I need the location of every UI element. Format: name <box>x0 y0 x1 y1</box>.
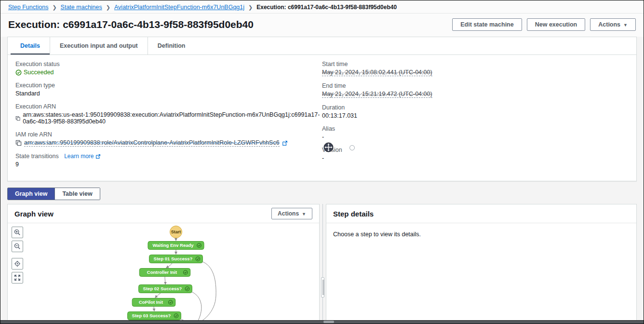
field-end-time: End time May 21, 2024, 15:21:19.472 (UTC… <box>322 82 629 98</box>
breadcrumb-separator: ❯ <box>248 4 253 11</box>
fit-to-screen-button[interactable] <box>12 272 23 284</box>
breadcrumb-state-machine-name[interactable]: AviatrixPlatformInitStepFunction-m6x7UnB… <box>114 4 244 11</box>
execution-status-value: Succeeded <box>15 69 322 76</box>
execution-type-label: Execution type <box>15 82 322 89</box>
splitter-grip[interactable] <box>321 277 324 297</box>
zoom-in-button[interactable] <box>12 227 23 238</box>
field-version: Version - <box>322 147 629 162</box>
new-execution-button[interactable]: New execution <box>527 18 586 31</box>
svg-text:Controller Init: Controller Init <box>147 270 177 275</box>
graph-panel-header: Graph view Actions▼ <box>8 204 319 223</box>
start-time-value: May 21, 2024, 15:08:02.441 (UTC-04:00) <box>322 69 629 76</box>
alias-value: - <box>322 134 629 140</box>
graph-edge-step-02-success-to-fail <box>191 292 201 324</box>
graph-actions-button[interactable]: Actions▼ <box>271 208 312 219</box>
step-details-panel: Step details Choose a step to view its d… <box>326 204 637 324</box>
execution-type-value: Standard <box>15 90 322 97</box>
field-iam-role-arn: IAM role ARN arn:aws:iam::950199909838:r… <box>15 131 322 147</box>
step-details-body: Choose a step to view its details. <box>326 223 636 324</box>
copy-icon[interactable] <box>15 115 20 122</box>
panels-row: Graph view Actions▼ <box>7 204 637 324</box>
cursor-dot-icon <box>349 145 355 150</box>
step-details-header: Step details <box>326 204 636 223</box>
end-time-label: End time <box>322 82 629 89</box>
svg-text:Start: Start <box>171 230 181 234</box>
tab-execution-input-output[interactable]: Execution input and output <box>50 37 148 54</box>
graph-edge-step-01-success-to-controller-init <box>166 263 172 268</box>
view-toggle: Graph view Table view <box>7 188 100 200</box>
chevron-down-icon: ▼ <box>302 212 306 216</box>
move-cursor-icon <box>323 142 334 152</box>
breadcrumb: Step Functions ❯ State machines ❯ Aviatr… <box>0 0 644 14</box>
field-execution-status: Execution status Succeeded <box>15 61 322 76</box>
bottom-scroll-handle[interactable] <box>323 321 334 323</box>
details-right-column: Start time May 21, 2024, 15:08:02.441 (U… <box>322 61 629 174</box>
execution-details-card: Details Execution input and output Defin… <box>7 37 637 181</box>
center-graph-button[interactable] <box>12 258 23 270</box>
page-title: Execution: c6991a17-0a6c-4b13-9f58-883f9… <box>8 19 254 30</box>
chevron-down-icon: ▼ <box>623 23 628 27</box>
graph-node-step-02-success[interactable]: Step 02 Success? <box>139 285 192 293</box>
duration-label: Duration <box>322 104 629 111</box>
graph-zoom-controls <box>12 227 23 286</box>
graph-node-controller-init[interactable]: Controller Init <box>139 269 190 277</box>
graph-view-toggle[interactable]: Graph view <box>8 188 54 200</box>
tab-definition[interactable]: Definition <box>148 37 195 54</box>
learn-more-link[interactable]: Learn more <box>64 153 100 160</box>
breadcrumb-current-execution: Execution: c6991a17-0a6c-4b13-9f58-883f9… <box>256 4 397 11</box>
header-buttons: Edit state machine New execution Actions… <box>452 18 636 31</box>
field-execution-arn: Execution ARN arn:aws:states:us-east-1:9… <box>15 103 322 125</box>
center-target-icon <box>14 260 21 267</box>
graph-node-start[interactable]: Start <box>170 226 182 238</box>
execution-arn-value: arn:aws:states:us-east-1:950199909838:ex… <box>15 111 322 125</box>
breadcrumb-separator: ❯ <box>106 4 110 11</box>
step-details-title: Step details <box>333 210 374 218</box>
field-state-transitions: State transitions Learn more 9 <box>15 153 322 168</box>
graph-edge-step-02-success-to-copilot-init <box>155 293 161 298</box>
svg-text:Step 01 Success?: Step 01 Success? <box>154 256 193 261</box>
state-transitions-label: State transitions Learn more <box>15 153 322 160</box>
edit-state-machine-button[interactable]: Edit state machine <box>452 18 522 31</box>
version-value: - <box>322 155 629 162</box>
zoom-out-button[interactable] <box>12 241 23 252</box>
details-left-column: Execution status Succeeded Execution typ… <box>15 61 322 174</box>
step-details-empty-message: Choose a step to view its details. <box>333 231 421 238</box>
details-body: Execution status Succeeded Execution typ… <box>8 55 636 181</box>
copy-icon[interactable] <box>15 140 22 146</box>
table-view-toggle[interactable]: Table view <box>54 188 99 200</box>
breadcrumb-separator: ❯ <box>52 4 56 11</box>
splitter-line <box>322 204 323 324</box>
breadcrumb-step-functions[interactable]: Step Functions <box>8 4 48 11</box>
svg-text:CoPilot Init: CoPilot Init <box>139 299 163 305</box>
panel-splitter[interactable] <box>320 204 326 324</box>
graph-node-step-01-success[interactable]: Step 01 Success? <box>149 255 203 263</box>
magnifier-plus-icon <box>14 229 21 236</box>
tab-strip: Details Execution input and output Defin… <box>8 37 636 55</box>
svg-text:Waiting Env Ready: Waiting Env Ready <box>152 243 194 248</box>
field-duration: Duration 00:13:17.031 <box>322 104 629 119</box>
state-transitions-value: 9 <box>15 161 322 168</box>
check-circle-icon <box>15 69 22 76</box>
iam-role-arn-value: arn:aws:iam::950199909838:role/AviatrixC… <box>15 139 322 147</box>
graph-view-panel: Graph view Actions▼ <box>7 204 320 324</box>
actions-button[interactable]: Actions▼ <box>590 18 636 31</box>
execution-status-label: Execution status <box>15 61 322 68</box>
svg-text:Step 03 Success?: Step 03 Success? <box>132 313 171 318</box>
graph-node-waiting-env-ready[interactable]: Waiting Env Ready <box>148 242 204 250</box>
graph-canvas[interactable]: StartWaiting Env ReadyStep 01 Success?Co… <box>8 223 319 324</box>
execution-graph: StartWaiting Env ReadyStep 01 Success?Co… <box>8 223 319 324</box>
end-time-value: May 21, 2024, 15:21:19.472 (UTC-04:00) <box>322 91 629 98</box>
execution-arn-label: Execution ARN <box>15 103 322 110</box>
start-time-label: Start time <box>322 61 629 68</box>
fit-screen-icon <box>14 274 21 281</box>
iam-role-arn-link[interactable]: arn:aws:iam::950199909838:role/AviatrixC… <box>24 139 280 147</box>
tab-details[interactable]: Details <box>11 37 50 54</box>
version-label: Version <box>322 147 629 153</box>
graph-edge-step-01-success-to-fail <box>192 261 216 324</box>
graph-node-step-03-success[interactable]: Step 03 Success? <box>128 312 181 320</box>
svg-text:Step 02 Success?: Step 02 Success? <box>143 286 182 291</box>
graph-edge-copilot-init-to-step-03-success <box>154 307 154 311</box>
breadcrumb-state-machines[interactable]: State machines <box>61 4 102 11</box>
graph-node-copilot-init[interactable]: CoPilot Init <box>132 298 175 307</box>
alias-label: Alias <box>322 125 629 132</box>
